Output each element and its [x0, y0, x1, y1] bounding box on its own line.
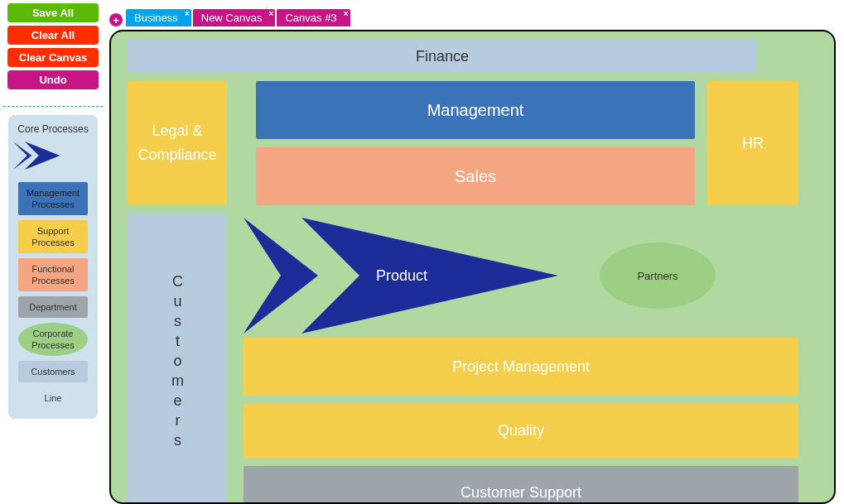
- shape-legal-compliance[interactable]: Legal & Compliance: [128, 81, 227, 205]
- shape-partners[interactable]: Partners: [600, 242, 716, 309]
- tab-canvas-3[interactable]: Canvas #3 ×: [277, 9, 350, 26]
- tab-label: New Canvas: [201, 12, 263, 24]
- main-area: + Business × New Canvas × Canvas #3 × Fi…: [106, 0, 844, 504]
- palette-functional[interactable]: Functional Processes: [18, 258, 88, 291]
- close-icon[interactable]: ×: [185, 9, 190, 18]
- shape-customers-label: Customers: [169, 273, 186, 452]
- tab-label: Canvas #3: [285, 12, 336, 24]
- svg-marker-2: [244, 218, 318, 334]
- tab-new-canvas[interactable]: New Canvas ×: [193, 9, 276, 26]
- shape-finance[interactable]: Finance: [128, 40, 757, 73]
- palette-line[interactable]: Line: [18, 387, 88, 409]
- divider: [3, 106, 103, 107]
- shape-sales[interactable]: Sales: [256, 147, 695, 205]
- close-icon[interactable]: ×: [344, 9, 349, 18]
- svg-marker-0: [13, 142, 32, 170]
- add-tab-button[interactable]: +: [109, 13, 123, 26]
- shape-customer-support[interactable]: Customer Support: [244, 466, 798, 504]
- undo-button[interactable]: Undo: [7, 70, 99, 89]
- palette-support[interactable]: Support Processes: [18, 220, 88, 253]
- canvas[interactable]: Finance Legal & Compliance Management Sa…: [109, 30, 836, 504]
- save-all-button[interactable]: Save All: [7, 3, 99, 22]
- palette-department[interactable]: Department: [18, 296, 88, 318]
- shape-management[interactable]: Management: [256, 81, 695, 139]
- sidebar: Save All Clear All Clear Canvas Undo Cor…: [0, 0, 106, 504]
- shape-quality[interactable]: Quality: [244, 404, 798, 458]
- svg-marker-3: [301, 218, 558, 334]
- palette-core-label: Core Processes: [12, 120, 94, 138]
- shape-project-management[interactable]: Project Management: [244, 338, 798, 396]
- palette-corporate[interactable]: Corporate Processes: [18, 323, 88, 356]
- palette-management[interactable]: Management Processes: [18, 182, 88, 215]
- close-icon[interactable]: ×: [269, 9, 274, 18]
- shape-hr[interactable]: HR: [707, 81, 798, 205]
- palette-customers[interactable]: Customers: [18, 361, 88, 382]
- clear-canvas-button[interactable]: Clear Canvas: [7, 48, 99, 67]
- tab-label: Business: [134, 12, 178, 24]
- shape-customers[interactable]: Customers: [128, 214, 227, 504]
- palette-arrow-icon[interactable]: [12, 142, 61, 170]
- tab-bar: + Business × New Canvas × Canvas #3 ×: [106, 7, 844, 26]
- shape-palette: Core Processes Management Processes Supp…: [8, 115, 98, 419]
- shape-product-arrow[interactable]: [244, 218, 558, 334]
- clear-all-button[interactable]: Clear All: [7, 26, 99, 45]
- tab-business[interactable]: Business ×: [126, 9, 191, 26]
